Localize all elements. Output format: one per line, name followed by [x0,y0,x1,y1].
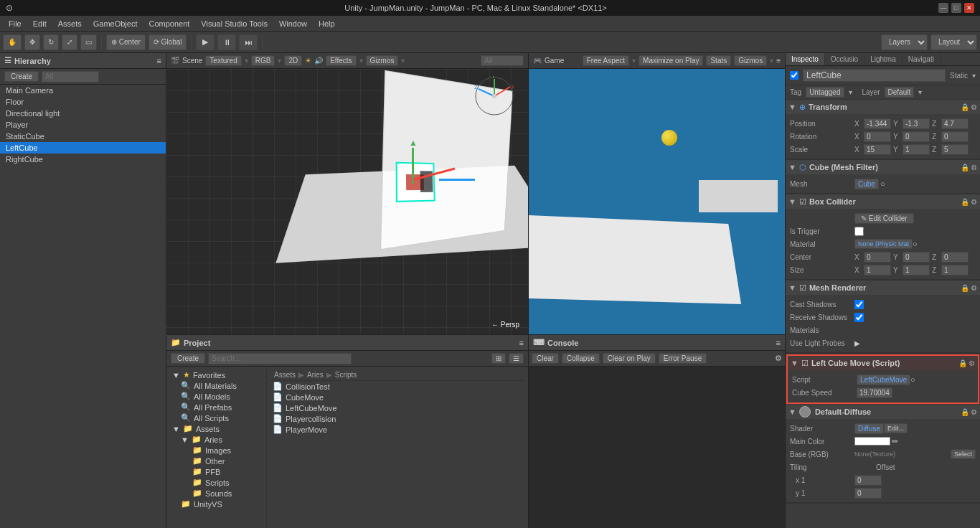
script-player-move[interactable]: 📄 PlayerMove [270,424,525,435]
material-select-icon[interactable]: ○ [913,240,918,248]
project-pfb-folder[interactable]: 📁 PFB [166,466,266,477]
tab-occlusion[interactable]: Occlusio [825,53,864,65]
tab-lightmapping[interactable]: Lightma [864,53,903,65]
menu-vstudio[interactable]: Visual Studio Tools [195,18,273,29]
maximize-button[interactable]: □ [951,3,961,13]
offset-x-field[interactable] [854,475,882,486]
gameobject-enabled-checkbox[interactable] [790,71,798,80]
hierarchy-item-floor[interactable]: Floor [0,96,166,108]
hierarchy-item-main-camera[interactable]: Main Camera [0,85,166,96]
game-maximize-btn[interactable]: Maximize on Play [639,55,703,66]
project-other-folder[interactable]: 📁 Other [166,456,266,466]
script-value[interactable]: LeftCubeMove [857,374,910,385]
sy-field[interactable] [903,265,930,275]
hierarchy-item-static-cube[interactable]: StaticCube [0,131,166,142]
transform-header[interactable]: ▼ ⊕ Transform 🔒 ⚙ [786,100,980,114]
rect-tool-button[interactable]: ▭ [80,34,97,50]
color-picker-icon[interactable]: ✏ [892,437,898,446]
pos-z-field[interactable] [941,118,969,129]
scene-textured-btn[interactable]: Textured [205,55,241,66]
use-light-probes-arrow[interactable]: ▶ [854,339,860,347]
static-arrow[interactable]: ▾ [972,72,976,80]
project-icon-view-btn[interactable]: ⊞ [491,353,506,364]
main-color-swatch[interactable] [854,437,890,446]
console-menu-icon[interactable]: ≡ [776,339,781,347]
game-stats-btn[interactable]: Stats [706,55,731,66]
tag-arrow[interactable]: ▾ [849,88,852,96]
sx-field[interactable] [864,265,891,275]
menu-assets[interactable]: Assets [52,18,88,29]
cast-shadows-checkbox[interactable] [854,300,864,309]
move-tool-button[interactable]: ✥ [24,34,40,50]
project-sounds-folder[interactable]: 📁 Sounds [166,488,266,499]
script-collision-test[interactable]: 📄 CollisionTest [270,381,525,392]
mesh-filter-header[interactable]: ▼ ⬡ Cube (Mesh Filter) 🔒 ⚙ [786,160,980,174]
breadcrumb-assets[interactable]: Assets [274,371,296,379]
box-collider-settings-icon[interactable]: ⚙ [971,198,977,206]
material-lock-icon[interactable]: 🔒 [961,408,969,416]
close-button[interactable]: ✕ [964,3,974,13]
transform-settings-icon[interactable]: ⚙ [971,103,977,111]
box-collider-header[interactable]: ▼ ☑ Box Collider 🔒 ⚙ [786,194,980,209]
global-button[interactable]: ⟳ Global [149,34,187,50]
console-collapse-btn[interactable]: Collapse [562,353,600,364]
left-cube-move-settings-icon[interactable]: ⚙ [969,359,975,367]
menu-help[interactable]: Help [313,18,341,29]
game-canvas[interactable] [529,69,785,334]
cube-speed-field[interactable] [857,387,892,398]
project-aries-folder[interactable]: ▼ 📁 Aries [166,434,266,445]
tab-inspector[interactable]: Inspecto [786,53,825,65]
console-clear-on-play-btn[interactable]: Clear on Play [603,353,656,364]
material-value[interactable]: None (Physic Mat [854,239,913,249]
tag-value[interactable]: Untagged [806,87,844,98]
script-player-collision[interactable]: 📄 Playercollision [270,413,525,424]
scale-z-field[interactable] [941,144,969,155]
pause-button[interactable]: ⏸ [217,34,236,50]
left-cube-move-lock-icon[interactable]: 🔒 [958,359,967,367]
scale-x-field[interactable] [864,144,891,155]
scene-light-icon[interactable]: ☀ [305,57,311,65]
box-collider-lock-icon[interactable]: 🔒 [961,198,969,206]
hierarchy-menu-icon[interactable]: ≡ [157,57,161,65]
receive-shadows-checkbox[interactable] [854,313,864,322]
pos-x-field[interactable] [864,118,891,129]
box-collider-checkbox[interactable]: ☑ [799,197,806,207]
rot-y-field[interactable] [903,131,930,142]
project-all-materials[interactable]: 🔍 All Materials [166,380,266,391]
breadcrumb-scripts[interactable]: Scripts [335,371,357,379]
left-cube-move-checkbox[interactable]: ☑ [801,359,809,368]
rot-x-field[interactable] [864,131,891,142]
hand-tool-button[interactable]: ✋ [3,34,22,50]
play-button[interactable]: ▶ [196,34,215,50]
project-all-scripts[interactable]: 🔍 All Scripts [166,412,266,423]
project-list-view-btn[interactable]: ☰ [509,353,524,364]
scale-tool-button[interactable]: ⤢ [62,34,77,50]
cz-field[interactable] [941,252,969,263]
breadcrumb-aries[interactable]: Aries [307,371,324,379]
rot-z-field[interactable] [941,131,969,142]
project-all-prefabs[interactable]: 🔍 All Prefabs [166,402,266,412]
scene-effects-btn[interactable]: Effects [326,55,356,66]
base-rgb-select-btn[interactable]: Select [951,449,976,459]
is-trigger-checkbox[interactable] [854,227,864,236]
project-images-folder[interactable]: 📁 Images [166,445,266,456]
mesh-filter-lock-icon[interactable]: 🔒 [961,164,969,171]
script-left-cube-move[interactable]: 📄 LeftCubeMove [270,402,525,413]
project-all-models[interactable]: 🔍 All Models [166,391,266,402]
gameobject-name-field[interactable] [803,69,946,82]
pos-y-field[interactable] [903,118,930,129]
shader-edit-btn[interactable]: Edit... [884,423,908,433]
game-aspect-btn[interactable]: Free Aspect [583,55,629,66]
project-unityvs-folder[interactable]: 📁 UnityVS [166,499,266,509]
scene-audio-icon[interactable]: 🔊 [314,57,323,65]
layers-dropdown[interactable]: Layers [881,34,928,50]
material-settings-icon[interactable]: ⚙ [971,408,977,416]
console-error-pause-btn[interactable]: Error Pause [659,353,707,364]
scale-y-field[interactable] [903,144,930,155]
mesh-select-icon[interactable]: ○ [880,179,885,188]
shader-value[interactable]: Diffuse [854,423,884,434]
game-gizmos-btn[interactable]: Gizmos [734,55,767,66]
script-cube-move[interactable]: 📄 CubeMove [270,392,525,402]
menu-gameobject[interactable]: GameObject [88,18,143,29]
project-menu-icon[interactable]: ≡ [519,339,524,347]
